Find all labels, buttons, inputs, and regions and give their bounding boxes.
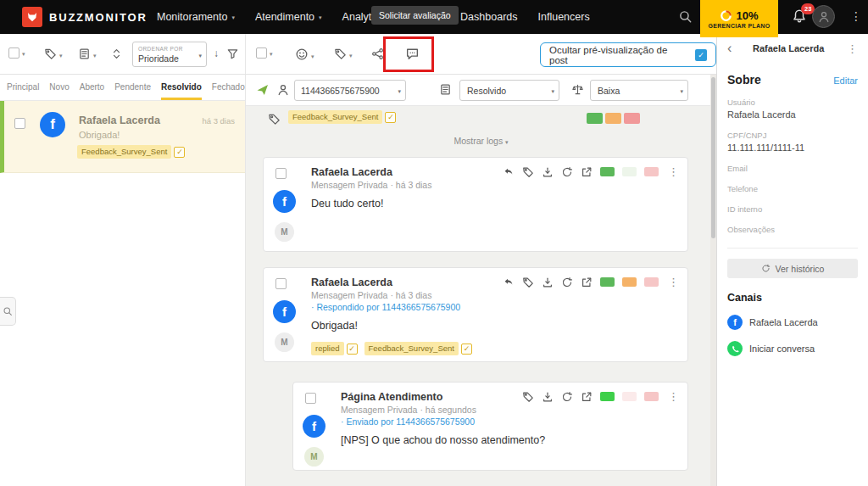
- message-text: Obrigada!: [311, 320, 514, 332]
- select-all-messages[interactable]: ▾: [256, 47, 273, 59]
- checkbox[interactable]: [256, 47, 267, 59]
- search-flyout-tab[interactable]: [0, 297, 16, 326]
- channel-label: Iniciar conversa: [749, 344, 815, 354]
- message-checkbox[interactable]: [275, 278, 287, 289]
- tag-icon[interactable]: [522, 391, 534, 403]
- edit-link[interactable]: Editar: [833, 75, 858, 86]
- priority-select[interactable]: Baixa ▾: [590, 80, 688, 101]
- download-icon[interactable]: [542, 277, 554, 288]
- swatch-red[interactable]: [644, 277, 659, 287]
- more-options-icon[interactable]: ⋮: [668, 390, 679, 403]
- filter-funnel-icon[interactable]: [226, 47, 239, 60]
- tag-icon[interactable]: [522, 277, 534, 288]
- ticket-item[interactable]: f Rafaela Lacerda há 3 dias Obrigada! Fe…: [0, 101, 245, 173]
- sort-arrows-icon[interactable]: [110, 47, 123, 60]
- swatch-green[interactable]: [600, 392, 615, 401]
- external-link-icon[interactable]: [581, 277, 593, 288]
- reply-icon[interactable]: [503, 166, 515, 178]
- hide-preview-toggle[interactable]: Ocultar pré-visualização de post ✓: [540, 42, 716, 67]
- swatch-orange[interactable]: [622, 277, 637, 287]
- hide-preview-checkbox[interactable]: ✓: [695, 49, 707, 61]
- history-icon[interactable]: [561, 166, 573, 178]
- tag-check-icon[interactable]: ✓: [347, 344, 358, 355]
- sort-by-select[interactable]: ORDENAR POR Prioridade ▾: [132, 42, 207, 67]
- message-tag[interactable]: Feedback_Survey_Sent ✓: [364, 342, 472, 355]
- tab-aberto[interactable]: Aberto: [80, 75, 104, 100]
- show-logs-toggle[interactable]: Mostrar logs ▾: [246, 136, 716, 146]
- swatch-red[interactable]: [624, 113, 640, 124]
- view-history-button[interactable]: Ver histórico: [727, 259, 858, 278]
- channel-whatsapp[interactable]: Iniciar conversa: [727, 341, 858, 356]
- external-link-icon[interactable]: [581, 391, 593, 403]
- scrollbar-thumb[interactable]: [711, 77, 715, 238]
- more-options-icon[interactable]: ⋮: [668, 165, 679, 178]
- swatch-green[interactable]: [600, 167, 615, 176]
- plan-box[interactable]: 10% GERENCIAR PLANO: [700, 0, 778, 37]
- tag-check-icon[interactable]: ✓: [385, 112, 396, 123]
- message-reply-info[interactable]: · Respondido por 1144366575675900: [311, 302, 514, 312]
- download-icon[interactable]: [542, 166, 554, 178]
- reply-icon[interactable]: [503, 277, 515, 288]
- timer-icon: [720, 9, 732, 22]
- swatch-red[interactable]: [644, 392, 659, 401]
- nav-item-influencers[interactable]: Influencers: [538, 11, 590, 23]
- message-checkbox[interactable]: [275, 168, 287, 179]
- swatch-neutral[interactable]: [622, 392, 637, 401]
- plan-cta[interactable]: GERENCIAR PLANO: [709, 23, 771, 29]
- ticket-tag[interactable]: Feedback_Survey_Sent ✓: [77, 145, 185, 159]
- message-author: Página Atendimento: [341, 391, 514, 403]
- tag-check-icon[interactable]: ✓: [461, 344, 472, 355]
- message-checkbox[interactable]: [305, 393, 316, 404]
- tab-pendente[interactable]: Pendente: [114, 75, 151, 100]
- tag-filter-button[interactable]: ▾: [44, 47, 63, 60]
- send-channel-icon[interactable]: [256, 83, 270, 97]
- nav-item-atendimento[interactable]: Atendimento▾: [255, 11, 322, 23]
- more-options-icon[interactable]: ⋮: [668, 276, 679, 288]
- swatch-orange[interactable]: [605, 113, 621, 124]
- tag-icon[interactable]: [268, 113, 281, 126]
- back-icon[interactable]: ‹: [727, 41, 732, 56]
- ticket-time: há 3 dias: [202, 116, 235, 126]
- conversation-tag[interactable]: Feedback_Survey_Sent ✓: [288, 110, 396, 124]
- tab-principal[interactable]: Principal: [7, 75, 39, 100]
- logo[interactable]: BUZZMONITOR: [22, 7, 147, 27]
- nav-item-monitoramento[interactable]: Monitoramento▾: [157, 11, 235, 23]
- sentiment-button[interactable]: ▾: [295, 47, 314, 61]
- profile-menu-icon[interactable]: ⋮: [847, 42, 858, 55]
- tab-fechado[interactable]: Fechado: [212, 75, 245, 100]
- swatch-neutral[interactable]: [622, 167, 637, 176]
- tag-button[interactable]: ▾: [334, 47, 353, 60]
- scrollbar[interactable]: [710, 75, 716, 486]
- channel-facebook[interactable]: f Rafaela Lacerda: [727, 315, 858, 330]
- external-link-icon[interactable]: [581, 166, 593, 178]
- user-id-select[interactable]: 1144366575675900 ▾: [294, 80, 406, 101]
- message-reply-info[interactable]: · Enviado por 1144366575675900: [341, 416, 514, 427]
- ticket-checkbox[interactable]: [14, 118, 25, 129]
- swatch-green[interactable]: [587, 113, 603, 124]
- nav-item-dashboards[interactable]: Dashboards: [460, 11, 517, 23]
- notifications-button[interactable]: 23: [792, 8, 807, 24]
- tag-check-icon[interactable]: ✓: [174, 147, 185, 158]
- tag-icon[interactable]: [522, 166, 534, 178]
- user-avatar[interactable]: [812, 5, 835, 28]
- download-icon[interactable]: [542, 391, 554, 403]
- tab-resolvido[interactable]: Resolvido: [161, 75, 202, 100]
- status-select[interactable]: Resolvido ▾: [459, 80, 559, 101]
- chevron-down-icon: ▾: [398, 88, 401, 95]
- share-icon[interactable]: [371, 47, 384, 60]
- history-icon[interactable]: [561, 391, 573, 403]
- select-all-tickets[interactable]: ▾: [8, 47, 25, 59]
- history-icon[interactable]: [561, 277, 573, 288]
- tab-novo[interactable]: Novo: [49, 75, 69, 100]
- priority-value: Baixa: [598, 86, 620, 96]
- request-review-chat-icon[interactable]: [405, 47, 420, 61]
- search-icon[interactable]: [678, 9, 693, 24]
- facebook-icon: f: [273, 300, 296, 323]
- checkbox[interactable]: [8, 47, 19, 59]
- message-tag[interactable]: replied ✓: [311, 342, 358, 355]
- swatch-red[interactable]: [644, 167, 659, 176]
- swatch-green[interactable]: [600, 277, 615, 287]
- sort-direction-icon[interactable]: ↓: [214, 47, 219, 59]
- topbar-menu-dots-icon[interactable]: ⋮: [850, 9, 862, 23]
- notes-filter-button[interactable]: ▾: [78, 47, 97, 60]
